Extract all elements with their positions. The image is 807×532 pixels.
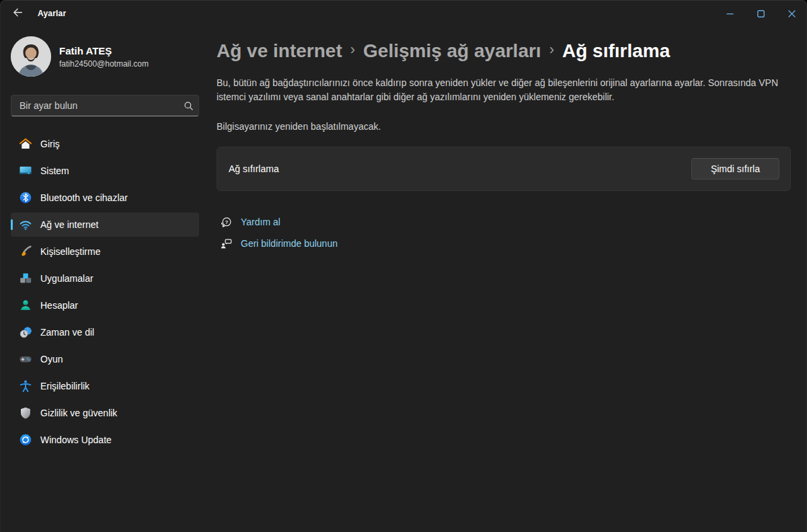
search-input[interactable]	[11, 100, 178, 111]
home-icon	[19, 137, 32, 151]
search-box	[11, 95, 199, 116]
profile-email: fatih24500@hotmail.com	[59, 59, 149, 69]
window-controls	[714, 0, 807, 27]
sidebar-item-label: Kişiselleştirme	[40, 246, 100, 257]
sidebar-item-label: Giriş	[40, 139, 60, 149]
help-icon: ?	[219, 215, 233, 229]
system-icon	[19, 164, 32, 178]
feedback-icon	[219, 237, 233, 250]
apps-icon	[19, 272, 32, 285]
wifi-icon	[19, 218, 32, 231]
main-content: Ağ ve internet › Gelişmiş ağ ayarları › …	[210, 27, 807, 532]
get-help-label: Yardım al	[241, 217, 280, 227]
sidebar-item-sistem[interactable]: Sistem	[11, 159, 199, 183]
give-feedback-label: Geri bildirimde bulunun	[241, 238, 338, 249]
help-links: ? Yardım al Geri bildirimde bu	[217, 213, 791, 253]
bluetooth-icon	[19, 191, 32, 204]
windows-update-icon	[19, 433, 32, 447]
sidebar-item-kisisellestirme[interactable]: Kişiselleştirme	[11, 239, 199, 264]
titlebar: Ayarlar	[0, 0, 807, 27]
sidebar-item-label: Windows Update	[40, 434, 112, 445]
sidebar: Fatih ATEŞ fatih24500@hotmail.com	[0, 27, 210, 532]
window-title: Ayarlar	[38, 9, 66, 18]
gamepad-icon	[19, 352, 32, 366]
minimize-button[interactable]	[714, 0, 745, 27]
sidebar-item-bluetooth[interactable]: Bluetooth ve cihazlar	[11, 186, 199, 210]
sidebar-item-label: Hesaplar	[40, 300, 78, 311]
sidebar-item-label: Oyun	[40, 354, 63, 365]
sidebar-item-gizlilik-ve-guvenlik[interactable]: Gizlilik ve güvenlik	[11, 401, 199, 425]
sidebar-item-ag-ve-internet[interactable]: Ağ ve internet	[11, 213, 199, 237]
back-button[interactable]	[4, 2, 31, 25]
close-button[interactable]	[776, 0, 807, 27]
profile-name: Fatih ATEŞ	[59, 44, 149, 58]
sidebar-item-hesaplar[interactable]: Hesaplar	[11, 293, 199, 317]
sidebar-nav: Giriş Sistem	[11, 132, 199, 452]
sidebar-item-giris[interactable]: Giriş	[11, 132, 199, 156]
selected-indicator	[11, 219, 13, 230]
user-profile[interactable]: Fatih ATEŞ fatih24500@hotmail.com	[11, 36, 199, 77]
sidebar-item-label: Ağ ve internet	[40, 219, 98, 230]
breadcrumb-segment-network[interactable]: Ağ ve internet	[217, 39, 342, 63]
get-help-link[interactable]: ? Yardım al	[217, 213, 791, 231]
reset-now-button[interactable]: Şimdi sıfırla	[691, 158, 779, 180]
back-arrow-icon	[13, 7, 23, 20]
sidebar-item-label: Erişilebilirlik	[40, 381, 89, 391]
chevron-right-icon: ›	[549, 38, 554, 62]
profile-info: Fatih ATEŞ fatih24500@hotmail.com	[59, 44, 149, 69]
card-label: Ağ sıfırlama	[229, 163, 279, 174]
restart-note: Bilgisayarınız yeniden başlatılmayacak.	[217, 120, 791, 134]
sidebar-item-label: Uygulamalar	[40, 273, 93, 284]
give-feedback-link[interactable]: Geri bildirimde bulunun	[217, 234, 791, 253]
accounts-person-icon	[19, 299, 32, 312]
network-reset-card: Ağ sıfırlama Şimdi sıfırla	[217, 147, 791, 191]
search-icon	[178, 101, 198, 111]
sidebar-item-label: Bluetooth ve cihazlar	[40, 192, 128, 203]
sidebar-item-windows-update[interactable]: Windows Update	[11, 428, 199, 452]
settings-window: Ayarlar	[0, 0, 807, 532]
sidebar-item-label: Zaman ve dil	[40, 327, 94, 338]
sidebar-item-oyun[interactable]: Oyun	[11, 347, 199, 371]
shield-icon	[19, 406, 32, 420]
breadcrumb-segment-advanced[interactable]: Gelişmiş ağ ayarları	[363, 39, 541, 63]
sidebar-item-zaman-ve-dil[interactable]: Zaman ve dil	[11, 320, 199, 344]
sidebar-item-erisilebilirlik[interactable]: Erişilebilirlik	[11, 374, 199, 398]
accessibility-icon	[19, 379, 32, 393]
sidebar-item-uygulamalar[interactable]: Uygulamalar	[11, 266, 199, 291]
time-language-icon	[19, 326, 32, 339]
breadcrumb: Ağ ve internet › Gelişmiş ağ ayarları › …	[217, 39, 791, 63]
page-title: Ağ sıfırlama	[562, 39, 670, 63]
maximize-button[interactable]	[745, 0, 776, 27]
chevron-right-icon: ›	[350, 38, 355, 62]
svg-text:?: ?	[225, 219, 228, 225]
avatar	[11, 36, 51, 77]
sidebar-item-label: Sistem	[40, 165, 69, 176]
personalization-brush-icon	[19, 245, 32, 258]
page-description: Bu, bütün ağ bağdaştırıcılarınızı önce k…	[217, 76, 780, 104]
sidebar-item-label: Gizlilik ve güvenlik	[40, 408, 117, 418]
